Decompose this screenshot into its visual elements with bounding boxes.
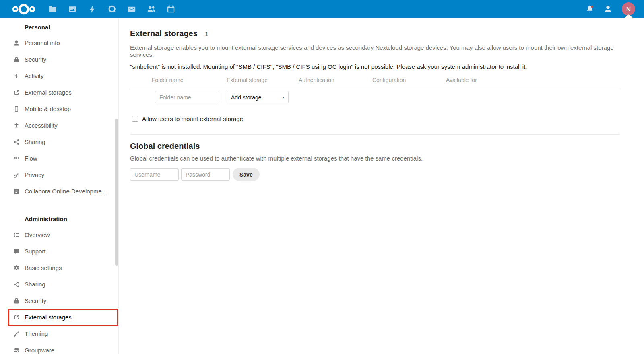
storage-table-header: Folder name External storage Authenticat… — [130, 77, 620, 88]
header-right-actions: N — [586, 0, 635, 18]
sidebar-item-label: Basic settings — [25, 264, 62, 271]
mail-icon[interactable] — [127, 5, 136, 14]
paintroller-icon — [13, 331, 20, 337]
sidebar-item-accessibility[interactable]: Accessibility — [0, 117, 118, 134]
sidebar-item-label: Overview — [25, 231, 50, 238]
sidebar-item-label: Theming — [25, 330, 48, 337]
accessibility-icon — [13, 122, 20, 129]
app-launcher — [48, 5, 175, 14]
sidebar-scrollbar[interactable] — [115, 119, 118, 266]
sidebar-item-activity[interactable]: Activity — [0, 68, 118, 84]
col-header-folder-name: Folder name — [152, 77, 227, 83]
sidebar-item-external-storages-admin[interactable]: External storages — [0, 309, 118, 325]
add-storage-select[interactable]: Add storage ▾ — [227, 91, 289, 103]
sidebar-item-personal-info[interactable]: Personal info — [0, 35, 118, 51]
flow-icon — [13, 155, 20, 162]
sidebar-item-label: Support — [25, 248, 46, 255]
share-icon — [13, 281, 20, 288]
global-credentials-description: Global credentials can be used to authen… — [130, 155, 620, 162]
nextcloud-logo-icon[interactable] — [11, 3, 36, 16]
sidebar-item-label: Security — [25, 56, 46, 63]
intro-text: External storage enables you to mount ex… — [130, 44, 620, 58]
sidebar-item-sharing-personal[interactable]: Sharing — [0, 134, 118, 150]
notifications-bell-icon[interactable] — [586, 5, 594, 13]
sidebar-item-label: Mobile & desktop — [25, 105, 71, 112]
files-icon[interactable] — [48, 5, 57, 14]
sidebar-item-mobile-desktop[interactable]: Mobile & desktop — [0, 101, 118, 117]
page-title: External storages — [130, 29, 198, 38]
sidebar-item-overview[interactable]: Overview — [0, 226, 118, 243]
smbclient-warning-text: "smbclient" is not installed. Mounting o… — [130, 63, 620, 70]
key-icon — [13, 172, 20, 178]
mobile-icon — [13, 106, 20, 112]
people-icon — [13, 347, 20, 354]
gear-icon — [13, 265, 20, 271]
new-storage-row: Add storage ▾ — [130, 88, 620, 106]
allow-users-mount-checkbox[interactable] — [132, 116, 138, 122]
list-icon — [13, 232, 20, 238]
username-field[interactable] — [130, 168, 179, 181]
chevron-down-icon: ▾ — [282, 95, 284, 99]
sidebar-item-label: Personal info — [25, 39, 60, 46]
password-field[interactable] — [181, 168, 230, 181]
sidebar-item-label: Sharing — [25, 138, 45, 145]
avatar[interactable]: N — [622, 2, 635, 16]
info-icon[interactable]: i — [205, 30, 209, 38]
sidebar-item-basic-settings[interactable]: Basic settings — [0, 259, 118, 276]
global-credentials-title: Global credentials — [130, 142, 620, 151]
sidebar-item-collabora[interactable]: Collabora Online Development Edit... — [0, 183, 118, 200]
sidebar-item-external-storages-personal[interactable]: External storages — [0, 84, 118, 101]
sidebar-item-security-personal[interactable]: Security — [0, 51, 118, 68]
document-icon — [13, 188, 20, 195]
main-content: External storages i External storage ena… — [119, 18, 644, 354]
sidebar-item-label: Privacy — [25, 171, 44, 178]
allow-users-mount-label[interactable]: Allow users to mount external storage — [142, 115, 243, 122]
talk-icon[interactable] — [107, 5, 116, 14]
sidebar-item-groupware[interactable]: Groupware — [0, 342, 118, 354]
calendar-icon[interactable] — [167, 5, 175, 14]
activity-icon[interactable] — [88, 5, 97, 14]
sidebar-item-label: External storages — [25, 314, 72, 321]
global-credentials-section: Global credentials Global credentials ca… — [130, 135, 620, 181]
section-title-personal: Personal — [0, 18, 118, 35]
col-header-external-storage: External storage — [227, 77, 299, 83]
sidebar-item-label: Security — [25, 297, 46, 304]
share-icon — [13, 139, 20, 145]
sidebar-item-support[interactable]: Support — [0, 243, 118, 259]
col-header-configuration: Configuration — [372, 77, 446, 83]
sidebar-item-theming[interactable]: Theming — [0, 325, 118, 342]
section-title-administration: Administration — [0, 210, 118, 226]
add-storage-select-value: Add storage — [231, 94, 262, 101]
sidebar-item-flow[interactable]: Flow — [0, 150, 118, 167]
comment-icon — [13, 248, 20, 255]
lock-icon — [13, 56, 20, 63]
folder-name-input[interactable] — [155, 91, 219, 103]
user-menu-arrow — [624, 14, 633, 18]
sidebar-item-label: Groupware — [25, 347, 54, 354]
lock-icon — [13, 298, 20, 304]
top-header-bar: N — [0, 0, 644, 18]
save-button[interactable]: Save — [233, 168, 260, 181]
sidebar-section-administration: Administration Overview Support Basic se… — [0, 210, 118, 354]
col-header-available-for: Available for — [446, 77, 620, 83]
sidebar-item-label: Accessibility — [25, 122, 58, 129]
sidebar-item-security-admin[interactable]: Security — [0, 292, 118, 309]
sidebar-section-personal: Personal Personal info Security Activity… — [0, 18, 118, 200]
col-header-authentication: Authentication — [299, 77, 372, 83]
lightning-icon — [13, 73, 20, 79]
notification-dot — [591, 6, 594, 8]
external-link-icon — [13, 314, 20, 321]
user-icon — [13, 40, 20, 46]
external-storages-section: External storages i External storage ena… — [130, 29, 620, 135]
sidebar-item-sharing-admin[interactable]: Sharing — [0, 276, 118, 292]
sidebar-item-label: Collabora Online Development Edit... — [25, 188, 111, 195]
contacts-icon[interactable] — [147, 5, 156, 14]
photos-icon[interactable] — [68, 5, 77, 14]
settings-sidebar: Personal Personal info Security Activity… — [0, 18, 119, 354]
contacts-menu-icon[interactable] — [604, 5, 612, 13]
global-credentials-form: Save — [130, 168, 620, 181]
external-link-icon — [13, 89, 20, 96]
user-menu: N — [622, 0, 635, 18]
sidebar-item-privacy[interactable]: Privacy — [0, 167, 118, 183]
allow-mount-row: Allow users to mount external storage — [130, 115, 620, 122]
